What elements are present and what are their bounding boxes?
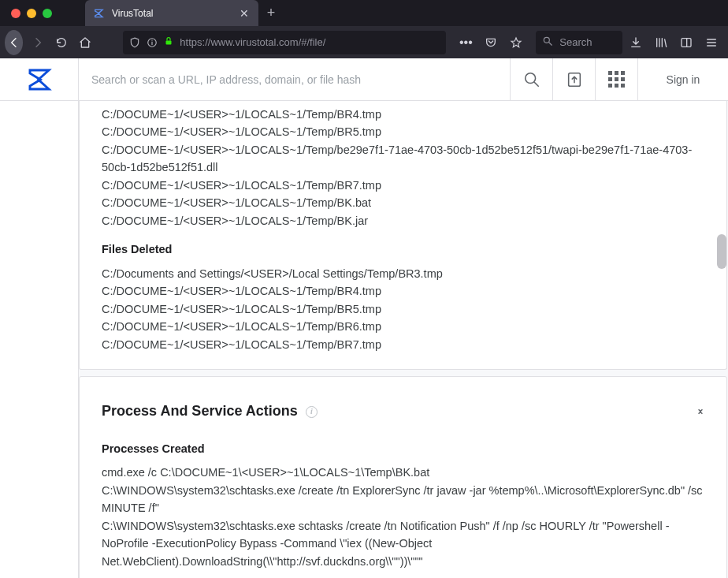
files-deleted-heading: Files Deleted: [102, 241, 704, 258]
vt-search[interactable]: [79, 58, 510, 100]
downloads-icon[interactable]: [629, 35, 643, 50]
tab-close-button[interactable]: ✕: [238, 6, 251, 21]
vt-body: C:/DOCUME~1/<USER>~1/LOCALS~1/Temp/BR4.t…: [0, 101, 728, 578]
process-section-title-row: Process And Service Actions i ⌄⌄: [102, 391, 704, 423]
list-item: C:/DOCUME~1/<USER>~1/LOCALS~1/Temp/BR5.t…: [102, 300, 704, 318]
vt-search-button[interactable]: [510, 58, 552, 100]
browser-search-input[interactable]: [559, 36, 616, 48]
list-item: C:\WINDOWS\system32\schtasks.exe schtask…: [102, 517, 704, 570]
apps-grid-icon: [608, 71, 625, 88]
file-actions-card: C:/DOCUME~1/<USER>~1/LOCALS~1/Temp/BR4.t…: [79, 101, 727, 370]
maximize-window-button[interactable]: [43, 9, 52, 18]
browser-toolbar: https://www.virustotal.com/#/file/ •••: [0, 26, 728, 58]
forward-button[interactable]: [29, 31, 46, 54]
new-tab-button[interactable]: +: [258, 0, 284, 26]
list-item: cmd.exe /c C:\DOCUME~1\<USER>~1\LOCALS~1…: [102, 464, 704, 481]
window-controls: [0, 0, 63, 26]
list-item: C:/DOCUME~1/<USER>~1/LOCALS~1/Temp/BR4.t…: [102, 106, 704, 123]
processes-created-heading: Processes Created: [102, 440, 704, 457]
process-actions-card: Process And Service Actions i ⌄⌄ Process…: [79, 376, 727, 578]
tab-bar: VirusTotal ✕ +: [0, 0, 728, 26]
files-written-list: C:/DOCUME~1/<USER>~1/LOCALS~1/Temp/BR4.t…: [102, 106, 704, 229]
page-content: Sign in C:/DOCUME~1/<USER>~1/LOCALS~1/Te…: [0, 58, 728, 578]
process-section-title: Process And Service Actions: [102, 401, 298, 423]
list-item: C:/DOCUME~1/<USER>~1/LOCALS~1/Temp/BR5.t…: [102, 123, 704, 140]
vt-apps-button[interactable]: [595, 58, 637, 100]
url-bar[interactable]: https://www.virustotal.com/#/file/: [123, 31, 446, 54]
list-item: C:/DOCUME~1/<USER>~1/LOCALS~1/Temp/BK.ja…: [102, 212, 704, 229]
list-item: C:/DOCUME~1/<USER>~1/LOCALS~1/Temp/BR7.t…: [102, 336, 704, 353]
browser-tab[interactable]: VirusTotal ✕: [85, 0, 258, 26]
vt-search-input[interactable]: [91, 73, 497, 86]
urlbar-actions: •••: [452, 35, 529, 50]
url-text: https://www.virustotal.com/#/file/: [180, 36, 440, 48]
scrollbar-thumb[interactable]: [717, 234, 726, 269]
vt-left-sidebar: [0, 101, 79, 578]
info-icon[interactable]: i: [306, 406, 318, 418]
list-item: C:/Documents and Settings/<USER>/Local S…: [102, 265, 704, 282]
home-button[interactable]: [76, 31, 94, 54]
collapse-toggle-icon[interactable]: ⌄⌄: [696, 406, 704, 417]
toolbar-right: [629, 35, 723, 50]
bookmark-star-icon[interactable]: [509, 35, 523, 50]
vt-signin-link[interactable]: Sign in: [637, 58, 728, 100]
close-window-button[interactable]: [11, 9, 20, 18]
browser-chrome: VirusTotal ✕ + https://: [0, 0, 728, 58]
browser-search-bar[interactable]: [536, 31, 622, 54]
processes-created-list: cmd.exe /c C:\DOCUME~1\<USER>~1\LOCALS~1…: [102, 464, 704, 570]
svg-rect-3: [166, 41, 172, 45]
list-item: C:/DOCUME~1/<USER>~1/LOCALS~1/Temp/BK.ba…: [102, 194, 704, 211]
list-item: C:\WINDOWS\system32\schtasks.exe /create…: [102, 482, 704, 517]
reload-button[interactable]: [53, 31, 70, 54]
list-item: C:/DOCUME~1/<USER>~1/LOCALS~1/Temp/BR7.t…: [102, 177, 704, 194]
minimize-window-button[interactable]: [27, 9, 36, 18]
site-info-icon[interactable]: [147, 37, 158, 48]
svg-line-9: [534, 82, 538, 86]
svg-point-2: [152, 39, 153, 40]
search-icon: [542, 35, 553, 49]
pocket-icon[interactable]: [484, 35, 498, 50]
library-icon[interactable]: [654, 35, 668, 50]
svg-point-4: [544, 37, 550, 43]
vt-logo-icon: [27, 67, 52, 92]
hamburger-menu-icon[interactable]: [704, 35, 719, 50]
lock-icon[interactable]: [164, 35, 173, 49]
tab-title: VirusTotal: [112, 8, 153, 19]
list-item: C:/DOCUME~1/<USER>~1/LOCALS~1/Temp/BR6.t…: [102, 318, 704, 335]
list-item: C:/DOCUME~1/<USER>~1/LOCALS~1/Temp/be29e…: [102, 141, 704, 177]
vt-main: C:/DOCUME~1/<USER>~1/LOCALS~1/Temp/BR4.t…: [79, 101, 728, 578]
vt-upload-button[interactable]: [552, 58, 595, 100]
list-item: C:/DOCUME~1/<USER>~1/LOCALS~1/Temp/BR4.t…: [102, 282, 704, 300]
tracking-protection-icon[interactable]: [129, 37, 140, 48]
files-deleted-list: C:/Documents and Settings/<USER>/Local S…: [102, 265, 704, 353]
page-actions-icon[interactable]: •••: [459, 35, 473, 50]
vt-header: Sign in: [0, 58, 728, 101]
svg-line-5: [549, 43, 552, 46]
vt-logo[interactable]: [0, 58, 79, 100]
tab-favicon-icon: [93, 7, 106, 20]
sidebar-icon[interactable]: [679, 35, 693, 50]
back-button[interactable]: [5, 30, 23, 55]
